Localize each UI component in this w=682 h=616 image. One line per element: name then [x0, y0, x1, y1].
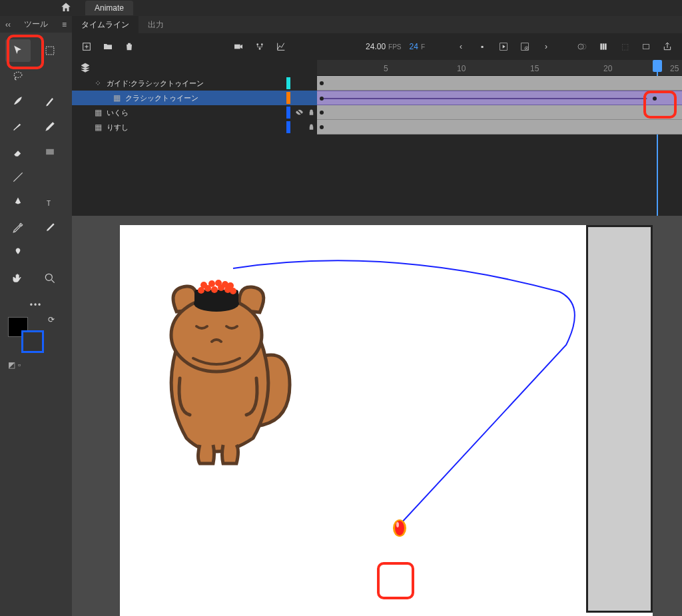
- tab-output[interactable]: 出力: [139, 16, 173, 34]
- svg-point-34: [395, 521, 404, 535]
- frame-track-tween[interactable]: [317, 91, 682, 105]
- current-frame-display[interactable]: 24 F: [410, 42, 425, 51]
- frame-track[interactable]: [317, 105, 682, 120]
- stage-wrap[interactable]: [72, 216, 682, 616]
- export-icon[interactable]: [661, 40, 674, 53]
- stage[interactable]: [120, 225, 653, 616]
- guide-layer-icon: ⁘: [93, 79, 103, 88]
- line-tool[interactable]: [5, 166, 31, 188]
- eraser-tool[interactable]: [5, 141, 31, 163]
- svg-point-1: [14, 72, 22, 77]
- play-icon[interactable]: [497, 40, 510, 53]
- svg-point-9: [259, 48, 261, 50]
- layer-row-classic-tween[interactable]: ▦ クラシックトゥイーン: [72, 91, 317, 105]
- lock-icon[interactable]: [305, 123, 317, 132]
- graph-icon[interactable]: [274, 40, 288, 53]
- folder-icon[interactable]: [101, 40, 115, 53]
- edit-multiple-frames-icon[interactable]: [597, 40, 610, 53]
- default-colors-icon[interactable]: ◩: [8, 360, 15, 370]
- selection-tool[interactable]: [5, 39, 31, 62]
- svg-point-29: [208, 280, 215, 287]
- trash-icon[interactable]: [123, 40, 136, 53]
- tools-panel: ‹‹ ツール ≡: [0, 16, 72, 616]
- lock-icon[interactable]: [305, 109, 317, 117]
- prev-keyframe-icon[interactable]: ‹: [454, 40, 468, 53]
- svg-point-7: [256, 43, 258, 45]
- insert-frames-icon[interactable]: [639, 40, 653, 53]
- layer-icon: ▦: [93, 123, 103, 132]
- free-transform-tool[interactable]: [37, 39, 63, 62]
- tween-end-marker[interactable]: [390, 518, 410, 538]
- pencil-tool[interactable]: [37, 115, 63, 138]
- zoom-tool[interactable]: [37, 267, 63, 290]
- more-tools-icon[interactable]: •••: [0, 296, 72, 314]
- svg-point-24: [211, 286, 218, 293]
- stage-pasteboard: [586, 225, 653, 613]
- timeline-toolbar: 24.00 FPS 24 F ‹ ▪ › ⬚: [72, 33, 682, 60]
- layer-icon: ▦: [112, 93, 121, 103]
- frames-area[interactable]: 5 10 15 20 25: [317, 60, 682, 149]
- rectangle-tool[interactable]: [37, 141, 63, 163]
- svg-point-30: [215, 280, 222, 286]
- tab-timeline[interactable]: タイムライン: [72, 16, 139, 34]
- svg-point-4: [45, 274, 52, 280]
- svg-rect-18: [643, 45, 649, 49]
- tools-panel-header: ‹‹ ツール ≡: [0, 16, 72, 33]
- fps-display[interactable]: 24.00 FPS: [366, 42, 401, 51]
- stop-icon[interactable]: ▪: [476, 40, 489, 53]
- svg-point-32: [227, 282, 234, 289]
- svg-text:T: T: [47, 200, 51, 207]
- fluid-brush-tool[interactable]: [5, 90, 31, 113]
- layer-row-risushi[interactable]: ▦ りすし: [72, 120, 317, 135]
- add-keyframe-icon[interactable]: [80, 40, 93, 53]
- lasso-tool[interactable]: [5, 65, 31, 87]
- svg-rect-2: [46, 149, 54, 154]
- svg-rect-15: [600, 43, 602, 49]
- swap-colors-icon[interactable]: ⟳: [48, 315, 55, 324]
- layers-body: ⁘ ガイド:クラシックトゥイーン ▦ クラシックトゥイーン ▦ いくら: [72, 76, 682, 149]
- marker-icon[interactable]: ⬚: [618, 40, 631, 53]
- camera-icon[interactable]: [232, 40, 245, 53]
- brush-tool[interactable]: [5, 115, 31, 138]
- no-color-icon[interactable]: ▫: [18, 360, 21, 370]
- svg-point-28: [200, 282, 207, 288]
- frame-track[interactable]: [317, 76, 682, 91]
- panel-menu-icon[interactable]: ≡: [62, 20, 67, 29]
- onion-skin-icon[interactable]: [575, 40, 589, 53]
- svg-rect-16: [603, 43, 605, 49]
- layer-icon: ▦: [93, 108, 103, 117]
- classic-brush-tool[interactable]: [37, 90, 63, 113]
- pen-tool[interactable]: [5, 191, 31, 214]
- svg-rect-6: [234, 45, 240, 49]
- home-icon[interactable]: [60, 1, 72, 15]
- layers-stack-icon[interactable]: [80, 62, 91, 75]
- svg-rect-17: [605, 43, 607, 49]
- stroke-color-swatch[interactable]: [21, 330, 44, 353]
- layer-parenting-icon[interactable]: [253, 40, 266, 53]
- svg-point-35: [396, 522, 399, 527]
- app-name-tab: Animate: [85, 1, 133, 15]
- top-bar: Animate: [0, 0, 682, 16]
- svg-rect-0: [46, 47, 54, 55]
- frame-track[interactable]: [317, 120, 682, 135]
- eyedropper-tool[interactable]: [5, 216, 31, 239]
- character-squirrel[interactable]: [140, 272, 300, 471]
- svg-point-8: [261, 43, 263, 45]
- layer-row-ikura[interactable]: ▦ いくら: [72, 105, 317, 120]
- timeline-tabs: タイムライン 出力: [72, 16, 682, 33]
- timeline-ruler[interactable]: 5 10 15 20 25: [317, 60, 682, 76]
- next-keyframe-icon[interactable]: [518, 40, 531, 53]
- color-picker-tool[interactable]: [37, 216, 63, 239]
- text-tool[interactable]: T: [37, 191, 63, 214]
- color-swatches: ⟳: [0, 314, 72, 360]
- hidden-icon[interactable]: [293, 108, 305, 118]
- next-frame-icon[interactable]: ›: [539, 40, 553, 53]
- hand-tool[interactable]: [5, 267, 31, 290]
- layer-row-guide[interactable]: ⁘ ガイド:クラシックトゥイーン: [72, 76, 317, 91]
- pin-tool[interactable]: [5, 242, 31, 264]
